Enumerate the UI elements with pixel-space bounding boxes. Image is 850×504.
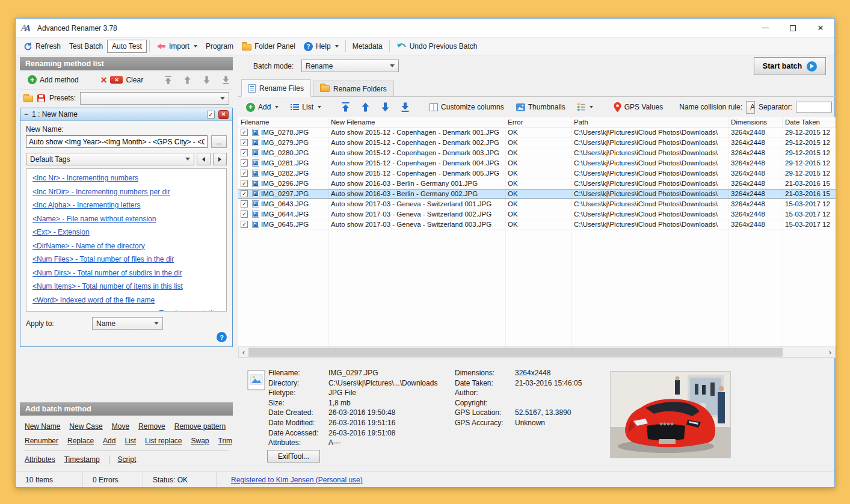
scroll-right-icon[interactable]: › (825, 347, 835, 357)
file-checkbox[interactable] (241, 159, 248, 167)
tags-prev-button[interactable] (197, 153, 211, 165)
scrollbar-thumb[interactable] (248, 348, 783, 357)
column-header-error[interactable]: Error (505, 117, 571, 127)
metadata-button[interactable]: Metadata (348, 40, 387, 52)
move-file-top-button[interactable] (337, 100, 354, 114)
method-enabled-checkbox[interactable]: ✓ (207, 111, 215, 118)
collapse-icon[interactable]: − (24, 110, 28, 118)
add-method-button[interactable]: + Add method (23, 73, 83, 86)
batch-method-link[interactable]: Remove pattern (174, 422, 226, 431)
save-preset-icon[interactable] (37, 94, 45, 102)
file-checkbox[interactable] (241, 139, 248, 146)
batch-method-link[interactable]: List (125, 437, 136, 445)
registered-link[interactable]: Registered to Kim Jensen (Personal use) (231, 476, 363, 484)
method-close-button[interactable]: ✕ (218, 110, 229, 119)
tag-link[interactable]: <Inc Nr> - Incrementing numbers (32, 174, 220, 182)
file-row[interactable]: IMG_0296.JPG Auto show 2016-03 - Berlin … (238, 179, 836, 189)
tag-link[interactable]: <Name> - File name without extension (32, 215, 220, 223)
separator-input[interactable] (796, 102, 832, 112)
import-button[interactable]: Import (152, 40, 202, 52)
refresh-button[interactable]: Refresh (19, 40, 65, 53)
tag-link[interactable]: <Ext> - Extension (32, 228, 220, 236)
apply-to-select[interactable]: Name (92, 317, 163, 330)
column-header-path[interactable]: Path (571, 117, 728, 127)
batch-method-link[interactable]: New Case (69, 422, 102, 431)
tags-next-button[interactable] (213, 153, 227, 165)
scroll-left-icon[interactable]: ‹ (239, 347, 248, 357)
file-row[interactable]: IMG_0644.JPG Auto show 2017-03 - Geneva … (238, 209, 836, 220)
add-files-button[interactable]: + Add (242, 101, 283, 114)
batch-method-link[interactable]: New Name (25, 422, 60, 431)
auto-test-button[interactable]: Auto Test (107, 40, 147, 53)
column-header-dimensions[interactable]: Dimensions (728, 117, 783, 127)
move-file-down-button[interactable] (377, 100, 393, 114)
batch-method-link[interactable]: Timestamp (64, 455, 100, 464)
file-row[interactable]: IMG_0279.JPG Auto show 2015-12 - Copenha… (238, 138, 836, 148)
batch-method-link[interactable]: Move (112, 422, 129, 431)
method-help-icon[interactable]: ? (217, 332, 227, 342)
file-row[interactable]: IMG_0643.JPG Auto show 2017-03 - Geneva … (238, 199, 836, 209)
file-row[interactable]: IMG_0280.JPG Auto show 2015-12 - Copenha… (238, 148, 836, 158)
gps-values-button[interactable]: GPS Values (609, 100, 667, 114)
tag-link[interactable]: <Num Dirs> - Total number of subdirs in … (32, 269, 220, 277)
close-button[interactable]: ✕ (807, 19, 834, 37)
test-batch-button[interactable]: Test Batch (65, 40, 107, 52)
file-row[interactable]: IMG_0281.JPG Auto show 2015-12 - Copenha… (238, 158, 836, 168)
file-checkbox[interactable] (241, 221, 248, 228)
tag-category-select[interactable]: Default Tags (26, 153, 194, 165)
tag-link[interactable]: <Inc NrDir> - Incrementing numbers per d… (32, 188, 220, 196)
batch-method-link[interactable]: Remove (138, 422, 165, 431)
undo-previous-batch-button[interactable]: Undo Previous Batch (392, 40, 482, 52)
file-row[interactable]: IMG_0645.JPG Auto show 2017-03 - Geneva … (238, 220, 836, 230)
move-method-bottom-button[interactable] (218, 74, 233, 86)
column-header-new-filename[interactable]: New Filename (328, 117, 505, 127)
file-checkbox[interactable] (241, 211, 248, 218)
file-checkbox[interactable] (241, 190, 248, 197)
tag-link[interactable]: <DirName> - Name of the directory (32, 242, 220, 250)
file-checkbox[interactable] (241, 200, 248, 207)
move-file-up-button[interactable] (357, 100, 374, 114)
batch-method-link[interactable]: Add (103, 437, 115, 445)
presets-select[interactable] (80, 92, 229, 105)
browse-tags-button[interactable]: ... (211, 135, 227, 148)
name-collision-rule-select[interactable]: Append number (746, 101, 755, 114)
batch-method-link[interactable]: Script (109, 455, 137, 464)
file-checkbox[interactable] (241, 149, 248, 156)
customize-columns-button[interactable]: Customize columns (425, 101, 508, 113)
column-header-date-taken[interactable]: Date Taken (783, 117, 836, 127)
program-button[interactable]: Program (202, 40, 238, 52)
batch-method-link[interactable]: Attributes (25, 455, 55, 464)
new-name-input[interactable] (26, 135, 208, 148)
method-header[interactable]: − 1 : New Name ✓ ✕ (20, 108, 232, 121)
file-checkbox[interactable] (241, 129, 248, 136)
batch-mode-select[interactable]: Rename (301, 60, 399, 72)
tag-documentation-link[interactable]: Tag documentation (159, 309, 220, 312)
move-method-down-button[interactable] (199, 74, 214, 86)
tag-link[interactable]: <Inc Alpha> - Incrementing letters (32, 201, 220, 209)
folder-panel-button[interactable]: Folder Panel (238, 40, 300, 52)
move-method-up-button[interactable] (180, 74, 195, 86)
minimize-button[interactable] (751, 19, 779, 37)
tag-link[interactable]: <Num Files> - Total number of files in t… (32, 255, 220, 263)
batch-method-link[interactable]: Trim (218, 437, 233, 445)
thumbnails-button[interactable]: Thumbnails (512, 101, 570, 113)
batch-method-link[interactable]: Replace (67, 437, 94, 445)
file-row[interactable]: IMG_0282.JPG Auto show 2015-12 - Copenha… (238, 168, 836, 179)
tag-link[interactable]: <Word> Indexed word of the file name (32, 296, 220, 304)
help-button[interactable]: ? Help (300, 40, 343, 53)
file-row[interactable]: IMG_0297.JPG Auto show 2016-03 - Berlin … (238, 189, 836, 199)
horizontal-scrollbar[interactable]: ‹ › (238, 346, 836, 358)
batch-method-link[interactable]: List replace (145, 437, 182, 445)
batch-method-link[interactable]: Renumber (25, 437, 58, 445)
tab-rename-folders[interactable]: Rename Folders (313, 81, 394, 96)
file-row[interactable]: IMG_0278.JPG Auto show 2015-12 - Copenha… (238, 128, 836, 138)
exiftool-button[interactable]: ExifTool... (267, 450, 320, 463)
start-batch-button[interactable]: Start batch (754, 57, 826, 75)
item-display-options-button[interactable] (573, 102, 597, 112)
open-preset-icon[interactable] (23, 96, 33, 102)
tab-rename-files[interactable]: Rename Files (241, 79, 311, 97)
tag-link[interactable]: <Num Items> - Total number of items in t… (32, 282, 220, 290)
batch-method-link[interactable]: Swap (191, 437, 209, 445)
column-header-filename[interactable]: Filename (238, 117, 328, 127)
move-file-bottom-button[interactable] (397, 100, 413, 114)
